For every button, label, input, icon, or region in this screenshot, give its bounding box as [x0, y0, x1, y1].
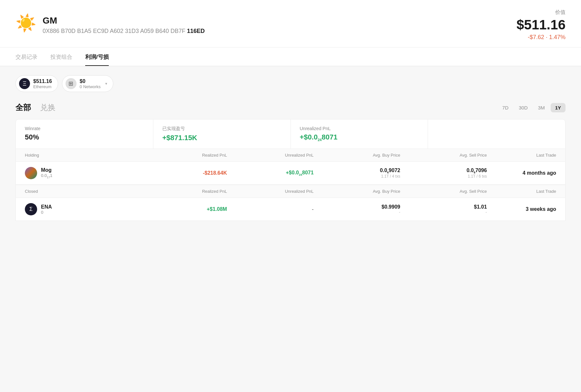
section-header: 全部 兑换 7D 30D 3M 1Y [15, 102, 566, 113]
mog-holding-cell: Mog 0.0171 [25, 167, 140, 179]
ena-avatar-icon: Σ [29, 206, 33, 212]
ena-realized-value: +$1.08M [140, 206, 227, 212]
closed-avgsell-label: Avg. Sell Price [400, 189, 487, 194]
tab-portfolio[interactable]: 投资组合 [50, 47, 72, 66]
time-1y[interactable]: 1Y [551, 103, 566, 112]
eth-icon: Ξ [19, 78, 30, 89]
ena-avgsell: $1.01 - [400, 204, 487, 214]
holding-table-header: Holding Realized PnL Unrealized PnL Avg.… [16, 149, 565, 162]
network-pills: Ξ $511.16 Ethereum ⊞ $0 0 Networks ▾ [15, 75, 566, 92]
ena-avgbuy: $0.9909 - [314, 204, 400, 214]
ena-lasttrade: 3 weeks ago [487, 206, 556, 212]
time-3m[interactable]: 3M [534, 103, 549, 112]
mog-unrealized: +$0.0248071 [227, 170, 313, 176]
eth-pill-text: $511.16 Ethereum [33, 78, 52, 89]
stat-winrate: Winrate 50% [16, 119, 153, 149]
main-content: Ξ $511.16 Ethereum ⊞ $0 0 Networks ▾ 全部 … [0, 66, 581, 221]
ena-name: ENA [41, 204, 52, 210]
table-section: Holding Realized PnL Unrealized PnL Avg.… [15, 149, 566, 221]
section-tabs: 全部 兑换 [15, 102, 56, 113]
winrate-label: Winrate [25, 126, 144, 131]
closed-unrealized-label: Unrealized PnL [227, 189, 313, 194]
username: GM [43, 15, 205, 26]
winrate-value: 50% [25, 133, 144, 141]
value-label: 价值 [516, 9, 566, 16]
ena-realized: +$1.08M [140, 206, 227, 212]
eth-amount: $511.16 [33, 78, 52, 84]
mog-lasttrade: 4 months ago [487, 170, 556, 176]
unrealized-value: +$0.0248071 [300, 133, 419, 142]
closed-realized-label: Realized PnL [140, 189, 227, 194]
header-right: 价值 $511.16 -$7.62 · 1.47% [516, 9, 566, 41]
header-title: GM 0X886 B70D B1A5 EC9D A602 31D3 A059 B… [43, 15, 205, 35]
mog-avgsell-value: 0.067096 [400, 168, 487, 174]
tab-swap[interactable]: 兑换 [40, 102, 56, 113]
unrealized-label: Unrealized PnL [300, 126, 419, 131]
time-filters: 7D 30D 3M 1Y [498, 103, 566, 112]
ena-avgbuy-value: $0.9909 [314, 204, 400, 210]
portfolio-change: -$7.62 · 1.47% [516, 34, 566, 41]
time-7d[interactable]: 7D [498, 103, 513, 112]
sun-icon: ☀️ [15, 15, 36, 35]
realized-label: 已实现盈亏 [162, 126, 281, 132]
stat-realized: 已实现盈亏 +$871.15K [153, 119, 291, 149]
ena-info: ENA 0 [41, 204, 52, 215]
tabs-bar: 交易记录 投资组合 利润/亏损 [0, 47, 581, 66]
address-bold: 116ED [187, 28, 205, 34]
ena-avgsell-value: $1.01 [400, 204, 487, 210]
closed-avgbuy-label: Avg. Buy Price [314, 189, 400, 194]
stat-empty [428, 119, 565, 149]
closed-lasttrade-label: Last Trade [487, 189, 556, 194]
closed-section-divider: Closed Realized PnL Unrealized PnL Avg. … [16, 185, 565, 198]
mog-name: Mog [41, 167, 52, 173]
time-30d[interactable]: 30D [514, 103, 532, 112]
mog-avgsell: 0.067096 1.1T / 6 txs [400, 168, 487, 179]
multi-pill-text: $0 0 Networks [80, 78, 101, 89]
header: ☀️ GM 0X886 B70D B1A5 EC9D A602 31D3 A05… [0, 0, 581, 47]
mog-avgbuy: 0.069072 1.1T / 4 txs [314, 168, 400, 179]
chevron-down-icon: ▾ [105, 81, 107, 86]
tab-pnl[interactable]: 利润/亏损 [85, 47, 109, 66]
tab-all[interactable]: 全部 [15, 102, 31, 113]
ena-holding-cell: Σ ENA 0 [25, 203, 140, 215]
tab-transactions[interactable]: 交易记录 [15, 47, 37, 66]
col-header-avgbuy: Avg. Buy Price [314, 153, 400, 158]
mog-unrealized-value: +$0.0248071 [227, 170, 313, 176]
col-header-holding: Holding [25, 153, 140, 158]
mog-avgbuy-sub: 1.1T / 4 txs [314, 174, 400, 179]
table-row[interactable]: Σ ENA 0 +$1.08M - $0.9909 - $1.01 - [16, 198, 565, 221]
ena-lasttrade-value: 3 weeks ago [487, 206, 556, 212]
address-prefix: 0X886 [43, 28, 59, 34]
closed-label: Closed [25, 189, 140, 194]
mog-realized-value: -$218.64K [140, 170, 227, 176]
col-header-unrealized: Unrealized PnL [227, 153, 313, 158]
portfolio-value: $511.16 [516, 17, 566, 33]
multi-network-pill[interactable]: ⊞ $0 0 Networks ▾ [62, 75, 113, 92]
ena-unrealized-value: - [227, 206, 313, 212]
col-header-avgsell: Avg. Sell Price [400, 153, 487, 158]
col-header-realized: Realized PnL [140, 153, 227, 158]
multi-amount: $0 [80, 78, 101, 84]
mog-avgbuy-value: 0.069072 [314, 168, 400, 174]
multi-label: 0 Networks [80, 84, 101, 89]
mog-avatar [25, 167, 37, 179]
ena-balance: 0 [41, 210, 52, 215]
ena-avgbuy-sub: - [314, 210, 400, 214]
ena-unrealized: - [227, 206, 313, 212]
multi-icon: ⊞ [66, 78, 76, 89]
stat-unrealized: Unrealized PnL +$0.0248071 [291, 119, 428, 149]
ethereum-pill[interactable]: Ξ $511.16 Ethereum [15, 75, 58, 92]
mog-avgsell-sub: 1.1T / 6 txs [400, 174, 487, 179]
mog-lasttrade-value: 4 months ago [487, 170, 556, 176]
wallet-address: 0X886 B70D B1A5 EC9D A602 31D3 A059 B640… [43, 28, 205, 35]
col-header-lasttrade: Last Trade [487, 153, 556, 158]
eth-label: Ethereum [33, 84, 52, 89]
table-row[interactable]: Mog 0.0171 -$218.64K +$0.0248071 0.06907… [16, 162, 565, 185]
mog-balance: 0.0171 [41, 173, 52, 179]
address-middle: B70D B1A5 EC9D A602 31D3 A059 B640 DB7F [59, 28, 187, 34]
header-left: ☀️ GM 0X886 B70D B1A5 EC9D A602 31D3 A05… [15, 15, 205, 35]
ena-avatar: Σ [25, 203, 37, 215]
mog-info: Mog 0.0171 [41, 167, 52, 179]
mog-realized: -$218.64K [140, 170, 227, 176]
stats-row: Winrate 50% 已实现盈亏 +$871.15K Unrealized P… [15, 119, 566, 149]
